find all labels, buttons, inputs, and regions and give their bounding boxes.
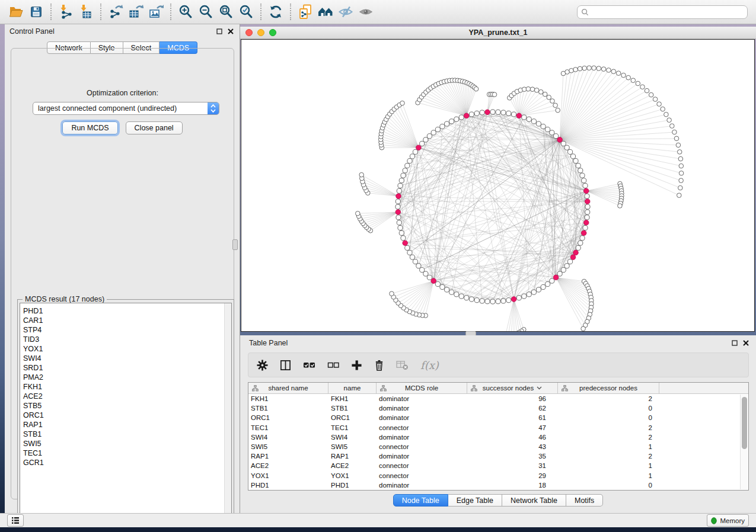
mcds-result-item[interactable]: ACE2 bbox=[23, 392, 231, 401]
show-all-button[interactable] bbox=[356, 2, 376, 21]
cell-MCDS-role: connector bbox=[377, 462, 467, 469]
column-header-shared-name[interactable]: shared name bbox=[248, 383, 328, 393]
import-network-button[interactable] bbox=[56, 2, 76, 21]
tab-motifs[interactable]: Motifs bbox=[566, 494, 603, 507]
cell-name: RAP1 bbox=[328, 453, 377, 460]
open-file-button[interactable] bbox=[6, 2, 26, 21]
tab-network-table[interactable]: Network Table bbox=[502, 494, 566, 507]
create-column-button[interactable] bbox=[351, 360, 362, 371]
hide-selected-button[interactable] bbox=[336, 2, 356, 21]
mcds-result-item[interactable]: YOX1 bbox=[23, 344, 231, 354]
table-row[interactable]: ORC1ORC1dominator610 bbox=[248, 413, 748, 422]
table-row[interactable]: STB1STB1dominator620 bbox=[248, 403, 748, 413]
mcds-result-item[interactable]: SRD1 bbox=[23, 363, 231, 373]
mcds-result-item[interactable]: PMA2 bbox=[23, 373, 231, 382]
table-row[interactable]: ACE2ACE2connector311 bbox=[248, 461, 748, 470]
table-row[interactable]: FKH1FKH1dominator962 bbox=[248, 394, 748, 403]
network-window-titlebar[interactable]: YPA_prune.txt_1 bbox=[240, 27, 756, 39]
cell-MCDS-role: connector bbox=[377, 443, 467, 450]
column-header-predecessor-nodes[interactable]: predecessor nodes bbox=[558, 383, 659, 393]
network-canvas[interactable] bbox=[241, 39, 755, 332]
column-header-successor-nodes[interactable]: successor nodes bbox=[467, 383, 558, 393]
cell-shared-name: STB1 bbox=[248, 405, 328, 412]
save-session-button[interactable] bbox=[26, 2, 46, 21]
column-header-filler bbox=[659, 383, 742, 393]
criterion-select[interactable]: largest connected component (undirected) bbox=[33, 102, 219, 115]
cell-MCDS-role: connector bbox=[377, 424, 467, 431]
table-row[interactable]: PHD1PHD1dominator180 bbox=[248, 480, 748, 490]
cell-name: SWI4 bbox=[328, 434, 377, 441]
float-panel-icon[interactable] bbox=[216, 28, 222, 34]
mcds-result-item[interactable]: PHD1 bbox=[23, 306, 231, 316]
task-history-button[interactable] bbox=[7, 514, 24, 527]
search-input[interactable] bbox=[591, 8, 744, 16]
table-row[interactable]: SWI5SWI5connector431 bbox=[248, 442, 748, 451]
mcds-result-item[interactable]: FKH1 bbox=[23, 382, 231, 392]
column-header-MCDS-role[interactable]: MCDS role bbox=[377, 383, 467, 393]
float-panel-icon[interactable] bbox=[732, 340, 738, 346]
cell-name: PHD1 bbox=[328, 482, 377, 489]
mcds-result-list[interactable]: PHD1CAR1STP4TID3YOX1SWI4SRD1PMA2FKH1ACE2… bbox=[20, 303, 232, 517]
mcds-result-item[interactable]: STB5 bbox=[23, 401, 231, 411]
mcds-result-item[interactable]: STB1 bbox=[23, 430, 231, 439]
import-table-button[interactable] bbox=[76, 2, 96, 21]
mcds-result-item[interactable]: TEC1 bbox=[23, 448, 231, 458]
mcds-result-item[interactable]: SWI5 bbox=[23, 439, 231, 448]
table-row[interactable]: YOX1YOX1connector291 bbox=[248, 471, 748, 480]
table-settings-button[interactable] bbox=[257, 360, 268, 371]
cell-MCDS-role: dominator bbox=[377, 434, 467, 441]
mcds-result-item[interactable]: TID3 bbox=[23, 335, 231, 344]
tab-edge-table[interactable]: Edge Table bbox=[448, 494, 502, 507]
mcds-result-title: MCDS result (17 nodes) bbox=[23, 295, 107, 303]
unselect-all-columns-button[interactable] bbox=[327, 360, 339, 370]
function-builder-button-disabled: f(x) bbox=[420, 359, 439, 371]
run-mcds-button[interactable]: Run MCDS bbox=[62, 121, 117, 134]
show-columns-button[interactable] bbox=[280, 360, 291, 371]
export-network-button[interactable] bbox=[106, 2, 126, 21]
table-scrollbar[interactable] bbox=[740, 395, 748, 489]
column-header-name[interactable]: name bbox=[328, 383, 377, 393]
network-graph[interactable] bbox=[241, 40, 754, 331]
zoom-out-button[interactable] bbox=[196, 2, 216, 21]
export-table-icon bbox=[128, 4, 143, 20]
cell-successor-nodes: 47 bbox=[467, 424, 558, 431]
mcds-list-scrollbar[interactable] bbox=[224, 303, 231, 516]
delete-column-button[interactable] bbox=[374, 360, 384, 371]
zoom-selected-button[interactable] bbox=[236, 2, 256, 21]
close-panel-icon[interactable] bbox=[743, 340, 749, 346]
search-box[interactable] bbox=[577, 5, 748, 19]
eye-icon bbox=[358, 4, 374, 20]
tab-node-table[interactable]: Node Table bbox=[393, 494, 448, 507]
cell-predecessor-nodes: 0 bbox=[558, 414, 659, 421]
cell-name: FKH1 bbox=[328, 395, 377, 402]
vertical-splitter-handle[interactable] bbox=[232, 239, 238, 250]
cell-successor-nodes: 43 bbox=[467, 443, 558, 450]
close-panel-button[interactable]: Close panel bbox=[126, 121, 183, 134]
mcds-result-item[interactable]: CAR1 bbox=[23, 316, 231, 325]
mcds-result-item[interactable]: ORC1 bbox=[23, 411, 231, 420]
table-row[interactable]: TEC1TEC1connector472 bbox=[248, 423, 748, 432]
mcds-result-item[interactable]: STP4 bbox=[23, 325, 231, 335]
cell-shared-name: TEC1 bbox=[248, 424, 328, 431]
table-scrollbar-thumb[interactable] bbox=[742, 397, 747, 449]
first-neighbors-button[interactable] bbox=[315, 2, 336, 21]
export-image-button[interactable] bbox=[146, 2, 166, 21]
mcds-panel: Optimization criterion: largest connecte… bbox=[11, 48, 234, 499]
table-row[interactable]: RAP1RAP1dominator352 bbox=[248, 451, 748, 461]
cell-successor-nodes: 31 bbox=[467, 462, 558, 469]
zoom-in-button[interactable] bbox=[176, 2, 196, 21]
cell-shared-name: PHD1 bbox=[248, 482, 328, 489]
cell-MCDS-role: connector bbox=[377, 472, 467, 479]
memory-button[interactable]: Memory bbox=[707, 514, 749, 527]
refresh-button[interactable] bbox=[266, 2, 286, 21]
table-row[interactable]: SWI4SWI4dominator462 bbox=[248, 432, 748, 442]
close-panel-icon[interactable] bbox=[228, 28, 234, 34]
clone-network-button[interactable] bbox=[295, 2, 315, 21]
mcds-result-item[interactable]: GCR1 bbox=[23, 458, 231, 467]
node-table-body: FKH1FKH1dominator962STB1STB1dominator620… bbox=[248, 394, 748, 490]
mcds-result-item[interactable]: SWI4 bbox=[23, 354, 231, 363]
mcds-result-item[interactable]: RAP1 bbox=[23, 420, 231, 430]
export-table-button[interactable] bbox=[126, 2, 146, 21]
zoom-fit-button[interactable] bbox=[216, 2, 236, 21]
select-all-columns-button[interactable] bbox=[303, 360, 315, 370]
